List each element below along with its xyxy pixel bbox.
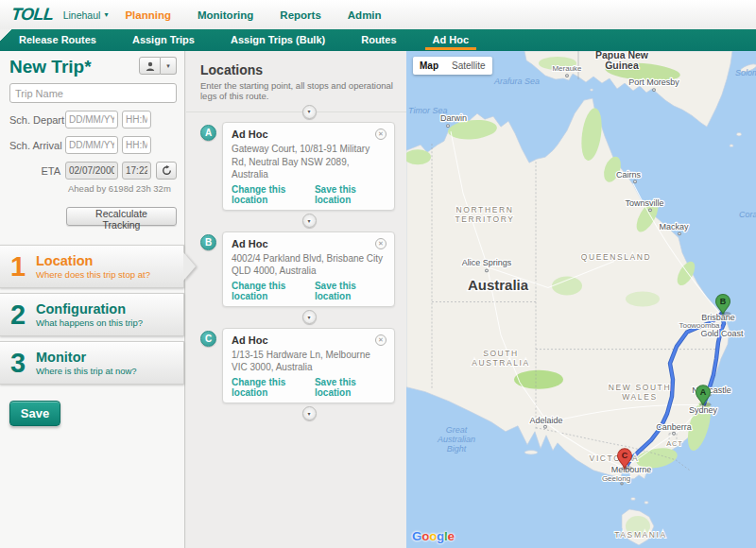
svg-text:Guinea: Guinea [605, 60, 639, 71]
eta-label: ETA [9, 165, 60, 177]
insert-stop-button[interactable]: ▾ [302, 214, 317, 228]
google-attribution[interactable]: Google [412, 529, 455, 543]
svg-text:A: A [700, 387, 707, 397]
step-title: Location [36, 253, 150, 268]
svg-text:WALES: WALES [622, 392, 657, 402]
svg-text:Merauke: Merauke [552, 64, 582, 73]
svg-text:Cairns: Cairns [616, 170, 641, 180]
subnav-item-assign-trips[interactable]: Assign Trips [130, 29, 197, 51]
arrival-date-input[interactable] [65, 136, 118, 154]
svg-text:Mackay: Mackay [660, 222, 689, 231]
change-location-link[interactable]: Change this location [232, 281, 315, 301]
map-island [524, 451, 538, 454]
svg-text:Australia: Australia [468, 277, 529, 293]
org-selector[interactable]: Linehaul ▾ [63, 9, 109, 21]
new-trip-title: New Trip* [9, 57, 92, 77]
svg-text:Darwin: Darwin [440, 113, 467, 123]
change-location-link[interactable]: Change this location [232, 184, 315, 205]
stop-name: Ad Hoc [232, 334, 268, 346]
svg-text:Solomon S: Solomon S [735, 68, 756, 77]
arrival-time-input[interactable] [122, 136, 151, 154]
tab-planning[interactable]: Planning [125, 9, 171, 21]
user-icon [146, 61, 155, 71]
arrival-label: Sch. Arrival [9, 140, 60, 151]
remove-stop-button[interactable]: ✕ [375, 334, 387, 346]
svg-text:B: B [720, 297, 727, 306]
save-button[interactable]: Save [9, 401, 60, 426]
svg-text:NORTHERN: NORTHERN [456, 205, 514, 214]
stop-row-c: C Ad Hoc ✕ 1/13-15 Hardware Ln, Melbourn… [200, 328, 395, 403]
step-subtitle: Where is this trip at now? [36, 366, 137, 376]
svg-text:Townsville: Townsville [626, 198, 664, 208]
step-1-location[interactable]: 1 Location Where does this trip stop at? [0, 245, 184, 288]
stop-name: Ad Hoc [232, 238, 268, 249]
save-location-link[interactable]: Save this location [315, 184, 387, 205]
trip-sidebar: New Trip* ▾ Sch. Depart Sch. Arrival [0, 51, 185, 548]
stop-badge-b: B [200, 234, 216, 250]
svg-text:TASMANIA: TASMANIA [614, 530, 667, 539]
map-type-control: Map Satellite [413, 57, 492, 75]
tab-admin[interactable]: Admin [348, 9, 382, 21]
chevron-down-icon: ▾ [104, 10, 108, 19]
trip-name-input[interactable] [9, 83, 177, 103]
svg-text:Bight: Bight [447, 444, 467, 454]
tab-reports[interactable]: Reports [280, 9, 320, 21]
subnav-item-ad-hoc[interactable]: Ad Hoc [431, 29, 472, 51]
locations-title: Locations [200, 62, 395, 77]
toll-logo: TOLL [10, 5, 55, 25]
map-canvas[interactable]: Papua New Guinea Merauke Port Moresby Ar… [406, 51, 756, 548]
eta-date-input [65, 162, 118, 180]
org-selector-label: Linehaul [63, 9, 101, 21]
svg-text:C: C [622, 451, 628, 460]
svg-text:ACT: ACT [666, 439, 682, 448]
remove-stop-button[interactable]: ✕ [375, 238, 387, 249]
map-island [730, 145, 733, 147]
insert-stop-button[interactable]: ▾ [302, 406, 317, 420]
trip-owner-split-button: ▾ [139, 57, 177, 75]
remove-stop-button[interactable]: ✕ [375, 128, 387, 140]
stop-name: Ad Hoc [232, 128, 268, 140]
subnav-item-routes[interactable]: Routes [359, 29, 398, 51]
svg-text:Geelong: Geelong [602, 474, 630, 483]
stop-address: Gateway Court, 10/81-91 Military Rd, Neu… [232, 143, 387, 181]
svg-text:Alice Springs: Alice Springs [462, 258, 512, 267]
subnav-item-release-routes[interactable]: Release Routes [17, 29, 98, 51]
tab-monitoring[interactable]: Monitoring [198, 9, 253, 21]
insert-stop-button[interactable]: ▾ [302, 105, 317, 119]
locations-panel: Locations Enter the starting point, all … [185, 51, 406, 548]
satellite-type-button[interactable]: Satellite [445, 57, 492, 75]
save-location-link[interactable]: Save this location [315, 281, 387, 301]
map-island [631, 497, 636, 500]
top-header: TOLL Linehaul ▾ Planning Monitoring Repo… [0, 0, 756, 29]
stop-row-b: B Ad Hoc ✕ 4002/4 Parkland Blvd, Brisban… [200, 231, 395, 307]
svg-text:Great: Great [446, 425, 468, 435]
depart-time-input[interactable] [122, 111, 151, 128]
change-location-link[interactable]: Change this location [232, 377, 315, 398]
user-dropdown-button[interactable]: ▾ [161, 57, 177, 75]
recalculate-tracking-button[interactable]: Recalculate Tracking [66, 207, 177, 226]
step-2-configuration[interactable]: 2 Configuration What happens on this tri… [0, 293, 184, 336]
step-3-monitor[interactable]: 3 Monitor Where is this trip at now? [0, 341, 184, 385]
step-number: 2 [0, 300, 36, 331]
depart-date-input[interactable] [65, 111, 118, 128]
subnav-item-assign-trips-bulk[interactable]: Assign Trips (Bulk) [229, 29, 327, 51]
step-number: 1 [0, 251, 36, 283]
svg-text:Arafura Sea: Arafura Sea [493, 77, 540, 86]
user-button[interactable] [139, 57, 161, 75]
step-title: Monitor [36, 350, 137, 365]
map-svg[interactable]: Papua New Guinea Merauke Port Moresby Ar… [406, 51, 756, 548]
stop-card: Ad Hoc ✕ Gateway Court, 10/81-91 Militar… [222, 122, 395, 211]
svg-text:SOUTH: SOUTH [483, 349, 519, 358]
step-number: 3 [0, 348, 36, 379]
svg-text:Coral S: Coral S [739, 210, 756, 219]
save-location-link[interactable]: Save this location [315, 377, 387, 398]
map-type-button[interactable]: Map [413, 57, 445, 75]
svg-text:QUEENSLAND: QUEENSLAND [581, 252, 652, 262]
insert-stop-button[interactable]: ▾ [302, 310, 317, 324]
sub-navigation: Release Routes Assign Trips Assign Trips… [0, 29, 756, 51]
stop-card: Ad Hoc ✕ 4002/4 Parkland Blvd, Brisbane … [222, 231, 395, 307]
step-title: Configuration [36, 301, 143, 317]
refresh-eta-button[interactable] [156, 162, 177, 180]
stop-card: Ad Hoc ✕ 1/13-15 Hardware Ln, Melbourne … [222, 328, 395, 403]
map-island [644, 502, 648, 505]
